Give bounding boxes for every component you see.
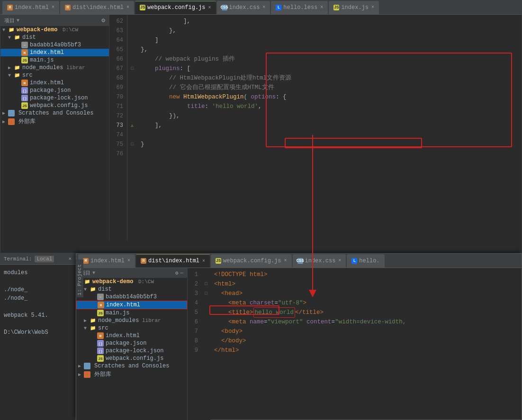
settings-icon[interactable]: ⚙ — [175, 270, 179, 276]
tree-item-label: dist — [22, 34, 36, 41]
project-vertical-label[interactable]: 1: Project — [76, 259, 83, 297]
terminal-tab[interactable]: Terminal: Local × — [0, 254, 75, 265]
bottom-tree-item-webpack-config[interactable]: ▶ JS webpack.config.js — [76, 355, 187, 362]
tree-item-package-json[interactable]: ▶ {} package.json — [0, 87, 109, 94]
bottom-tree-item-src-index-html[interactable]: ▶ H index.html — [76, 332, 187, 340]
tab-index-html[interactable]: H index.html × — [2, 1, 59, 14]
tab-dist-index-html[interactable]: H dist\index.html × — [60, 1, 134, 14]
tree-item-webpack-config[interactable]: ▶ JS webpack.config.js — [0, 102, 109, 109]
tab-webpack-config[interactable]: JS webpack.config.js × — [135, 1, 216, 14]
close-icon[interactable]: × — [262, 5, 265, 10]
tree-item-scratches[interactable]: ▶ Scratches and Consoles — [0, 109, 109, 117]
bottom-tree-item-package-json[interactable]: ▶ {} package.json — [76, 340, 187, 347]
minimize-icon[interactable]: — — [180, 270, 183, 276]
bottom-tab-webpack-config[interactable]: JS webpack.config.js × — [211, 254, 291, 268]
local-label[interactable]: Local — [35, 256, 54, 262]
line-74: 74 — [109, 130, 123, 140]
bottom-code-line-9: </html> — [214, 346, 518, 355]
code-line-71: title: 'hello world', — [141, 102, 518, 111]
close-icon[interactable]: × — [126, 5, 129, 10]
bottom-editor-area[interactable]: 1 2 3 4 5 6 7 8 9 □ □ — [188, 268, 522, 420]
tab-index-js[interactable]: JS index.js × — [329, 1, 379, 14]
top-code-editor[interactable]: 62 63 64 65 66 67 68 69 70 71 72 73 74 7… — [109, 15, 522, 241]
path-label: D:\CW — [59, 27, 78, 33]
tree-item-package-lock-json[interactable]: ▶ {} package-lock.json — [0, 94, 109, 102]
tree-item-index-html[interactable]: ▶ H index.html — [0, 49, 109, 56]
bottom-tab-hello-less[interactable]: L hello. — [347, 254, 384, 268]
less-icon: L — [276, 5, 281, 10]
tree-item-external-libs[interactable]: ▶ 外部库 — [0, 117, 109, 126]
line-67: 67 — [109, 64, 123, 73]
bottom-tree-item-index-html[interactable]: ▶ H index.html — [76, 301, 187, 309]
bottom-tree-item-external-libs[interactable]: ▶ 外部库 — [76, 370, 187, 379]
tree-item-src[interactable]: ▼ 📁 src — [0, 71, 109, 79]
bottom-tree-item-main-js[interactable]: ▶ JS main.js — [76, 309, 187, 317]
tree-item-label: 外部库 — [94, 370, 111, 378]
code-line-63: }, — [141, 26, 518, 36]
bottom-tab-index-html[interactable]: H index.html × — [78, 254, 135, 268]
top-main-layout: 项目 ▼ ⚙ ▼ 📁 webpack-demo D:\CW ▼ 📁 dist ▶… — [0, 15, 522, 241]
expand-arrow: ▶ — [78, 363, 83, 369]
bottom-code-content[interactable]: <!DOCTYPE html> <html> <head> <meta char… — [210, 268, 522, 420]
tree-item-dist[interactable]: ▼ 📁 dist — [0, 34, 109, 41]
tab-hello-less[interactable]: L hello.less × — [271, 1, 328, 14]
close-icon[interactable]: × — [338, 258, 341, 263]
bottom-sidebar: 项目 ▼ ⚙ — ▼ 📁 webpack-demo D:\CW ▼ 📁 dist — [76, 268, 188, 420]
tree-item-label: badabb14a0b5bf3 — [30, 42, 81, 48]
bottom-tree-item-scratches[interactable]: ▶ Scratches and Consoles — [76, 362, 187, 370]
json-file-icon: {} — [21, 87, 28, 94]
close-icon[interactable]: × — [320, 5, 323, 10]
bottom-code-line-8: </body> — [214, 336, 518, 346]
terminal-line — [4, 277, 72, 286]
html-file-icon: H — [21, 49, 28, 56]
project-label[interactable]: 项目 — [4, 17, 15, 24]
expand-arrow: ▶ — [84, 318, 89, 323]
bottom-tree-item-hash[interactable]: ▶ ~ badabb14a0b5bf3 — [76, 293, 187, 301]
code-line-68: // HtmlWebpackPlugin处理html文件资源 — [141, 73, 518, 83]
scratches-icon — [84, 363, 90, 369]
code-content[interactable]: ], }, ] }, // webpack plugins 插件 plugins… — [137, 15, 522, 241]
bottom-tree-item-node-modules[interactable]: ▶ 📁 node_modules librar — [76, 317, 187, 324]
bottom-tab-bar: H index.html × H dist\index.html × JS we… — [76, 254, 522, 268]
tree-item-main-js[interactable]: ▶ JS main.js — [0, 56, 109, 64]
close-icon[interactable]: × — [52, 5, 54, 10]
tree-item-label: package.json — [30, 87, 71, 94]
tree-item-node-modules[interactable]: ▶ 📁 node_modules librar — [0, 64, 109, 71]
terminal-line — [4, 320, 72, 328]
dropdown-icon: ▼ — [92, 270, 95, 276]
external-libs-icon — [8, 118, 15, 125]
bottom-tree-item-dist[interactable]: ▼ 📁 dist — [76, 286, 187, 293]
js-file-icon: JS — [97, 310, 104, 316]
tree-item-label: webpack-demo — [92, 278, 133, 285]
tree-item-label: main.js — [106, 310, 129, 316]
line-72: 72 — [109, 111, 123, 121]
dropdown-icon: ▼ — [17, 18, 19, 23]
tree-item-label: webpack.config.js — [30, 102, 88, 109]
bottom-code-line-3: <head> — [214, 289, 518, 298]
bottom-tab-index-css[interactable]: CSS index.css × — [293, 254, 346, 268]
bottom-tab-dist-index-html[interactable]: H dist\index.html × — [136, 254, 210, 268]
tree-root[interactable]: ▼ 📁 webpack-demo D:\CW — [0, 26, 109, 34]
tree-item-label: src — [98, 325, 108, 331]
tree-item-label: Scratches and Consoles — [18, 110, 93, 116]
tree-item-hash[interactable]: ▶ ~ badabb14a0b5bf3 — [0, 41, 109, 49]
tree-item-src-index-html[interactable]: ▶ H index.html — [0, 79, 109, 87]
bottom-code-line-5: <title>hello world</title> — [214, 308, 518, 317]
top-tab-bar: H index.html × H dist\index.html × JS we… — [0, 0, 522, 15]
close-icon[interactable]: × — [284, 258, 287, 263]
code-line-66: // webpack plugins 插件 — [141, 54, 518, 64]
close-icon[interactable]: × — [127, 258, 130, 263]
close-icon[interactable]: × — [202, 259, 205, 264]
json-file-icon: {} — [97, 340, 104, 347]
settings-icon[interactable]: ⚙ — [101, 17, 105, 24]
line-69: 69 — [109, 83, 123, 92]
close-icon[interactable]: × — [68, 256, 72, 262]
code-line-72: }), — [141, 111, 518, 121]
close-icon[interactable]: × — [371, 5, 374, 10]
line-6: 6 — [188, 317, 198, 327]
bottom-tree-item-src[interactable]: ▼ 📁 src — [76, 324, 187, 332]
tab-index-css[interactable]: CSS index.css × — [217, 1, 270, 14]
bottom-tree-item-package-lock-json[interactable]: ▶ {} package-lock.json — [76, 347, 187, 355]
bottom-tree-root[interactable]: ▼ 📁 webpack-demo D:\CW — [76, 278, 187, 286]
close-icon[interactable]: × — [208, 5, 211, 10]
